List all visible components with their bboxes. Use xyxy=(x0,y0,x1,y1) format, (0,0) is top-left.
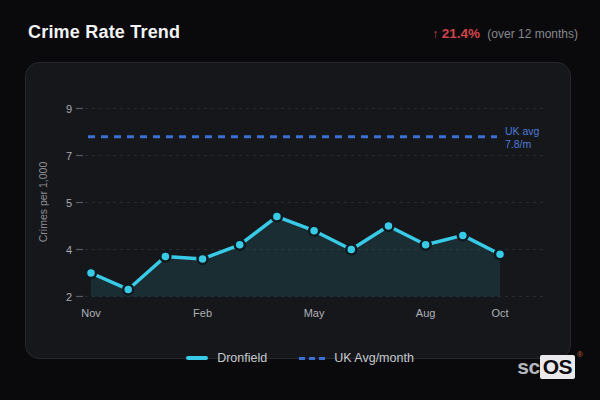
x-axis-label: Nov xyxy=(81,307,101,319)
y-axis-label: 5 xyxy=(66,197,72,209)
uk-avg-annotation-label: UK avg xyxy=(505,125,540,137)
data-point-marker[interactable] xyxy=(160,252,170,262)
legend-label: UK Avg/month xyxy=(334,351,414,365)
legend-item-uk-avg[interactable]: UK Avg/month xyxy=(299,351,414,365)
x-axis-label: Oct xyxy=(491,307,508,319)
solid-line-swatch-icon xyxy=(186,356,208,360)
data-point-marker[interactable] xyxy=(235,240,245,250)
brand-logo: sc OS ® xyxy=(517,355,575,379)
x-axis-label: Aug xyxy=(416,307,436,319)
data-point-marker[interactable] xyxy=(86,268,96,278)
brand-box: OS ® xyxy=(540,355,575,379)
data-point-marker[interactable] xyxy=(123,284,133,294)
y-axis-label: 7 xyxy=(66,150,72,162)
legend-label: Dronfield xyxy=(217,351,267,365)
data-point-marker[interactable] xyxy=(383,221,393,231)
crime-trend-chart: 97542Crimes per 1,000NovFebMayAugOctUK a… xyxy=(0,0,600,400)
data-point-marker[interactable] xyxy=(309,226,319,236)
data-point-marker[interactable] xyxy=(421,240,431,250)
y-axis-title: Crimes per 1,000 xyxy=(37,162,49,243)
data-point-marker[interactable] xyxy=(458,230,468,240)
dashed-line-swatch-icon xyxy=(299,357,325,360)
data-point-marker[interactable] xyxy=(495,249,505,259)
y-axis-label: 4 xyxy=(66,244,72,256)
series-area-fill xyxy=(91,217,500,297)
data-point-marker[interactable] xyxy=(198,254,208,264)
y-axis-label: 9 xyxy=(66,103,72,115)
registered-trademark-icon: ® xyxy=(577,350,583,359)
data-point-marker[interactable] xyxy=(272,212,282,222)
brand-boxed-text: OS xyxy=(543,355,572,378)
chart-legend: Dronfield UK Avg/month xyxy=(0,351,600,365)
data-point-marker[interactable] xyxy=(346,245,356,255)
x-axis-label: May xyxy=(304,307,325,319)
brand-prefix: sc xyxy=(517,355,539,379)
uk-avg-annotation-value: 7.8/m xyxy=(505,138,532,150)
y-axis-label: 2 xyxy=(66,291,72,303)
x-axis-label: Feb xyxy=(193,307,212,319)
legend-item-dronfield[interactable]: Dronfield xyxy=(186,351,267,365)
